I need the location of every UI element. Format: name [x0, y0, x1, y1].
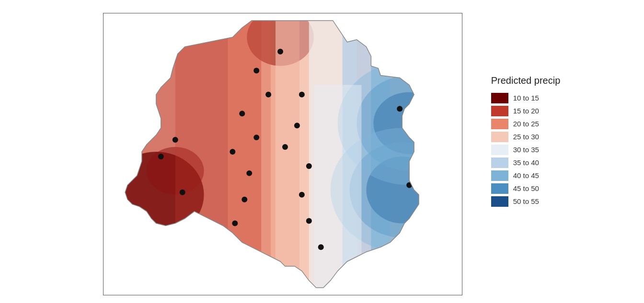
legend-item: 25 to 30 [491, 132, 561, 142]
legend-label: 50 to 55 [513, 197, 539, 205]
legend-swatch [491, 170, 508, 181]
svg-point-19 [253, 67, 259, 73]
svg-point-34 [299, 191, 305, 197]
legend-label: 25 to 30 [513, 133, 539, 141]
svg-point-30 [299, 91, 305, 97]
svg-point-22 [253, 135, 259, 140]
legend-swatch [491, 106, 508, 116]
legend-item: 45 to 50 [491, 183, 561, 194]
legend-item: 20 to 25 [491, 119, 561, 129]
legend-label: 35 to 40 [513, 158, 539, 167]
svg-point-26 [232, 220, 238, 226]
legend-swatch [491, 132, 508, 142]
legend-label: 40 to 45 [513, 171, 539, 180]
legend-swatch [491, 145, 508, 155]
legend-label: 45 to 50 [513, 184, 539, 192]
svg-point-25 [242, 196, 247, 202]
legend-label: 20 to 25 [513, 120, 539, 128]
svg-point-36 [318, 244, 323, 250]
svg-point-35 [306, 218, 312, 224]
legend-swatch [491, 93, 508, 103]
legend-item: 50 to 55 [491, 196, 561, 207]
legend-item: 40 to 45 [491, 170, 561, 181]
svg-point-24 [246, 170, 252, 176]
svg-point-21 [239, 111, 245, 116]
map-frame [103, 13, 462, 295]
svg-rect-17 [314, 85, 362, 295]
legend-swatch [491, 196, 508, 207]
svg-point-37 [397, 106, 402, 112]
svg-point-23 [230, 149, 235, 155]
legend: Predicted precip 10 to 1515 to 2020 to 2… [491, 75, 561, 209]
legend-swatch [491, 119, 508, 129]
legend-swatch [491, 183, 508, 194]
legend-item: 15 to 20 [491, 106, 561, 116]
legend-swatch [491, 157, 508, 168]
legend-label: 10 to 15 [513, 94, 539, 102]
svg-point-29 [179, 189, 185, 195]
svg-point-31 [294, 123, 300, 128]
svg-point-38 [411, 130, 417, 135]
svg-point-18 [277, 48, 283, 54]
legend-label: 15 to 20 [513, 107, 539, 115]
legend-item: 35 to 40 [491, 157, 561, 168]
svg-point-33 [306, 163, 312, 168]
map-svg [104, 13, 462, 295]
legend-item: 30 to 35 [491, 145, 561, 155]
legend-item: 10 to 15 [491, 93, 561, 103]
svg-point-27 [172, 137, 178, 143]
svg-point-20 [265, 91, 271, 97]
svg-point-28 [158, 154, 164, 159]
legend-label: 30 to 35 [513, 146, 539, 154]
chart-container: Predicted precip 10 to 1515 to 2020 to 2… [0, 0, 644, 303]
svg-point-32 [282, 144, 288, 150]
legend-title: Predicted precip [491, 75, 561, 86]
